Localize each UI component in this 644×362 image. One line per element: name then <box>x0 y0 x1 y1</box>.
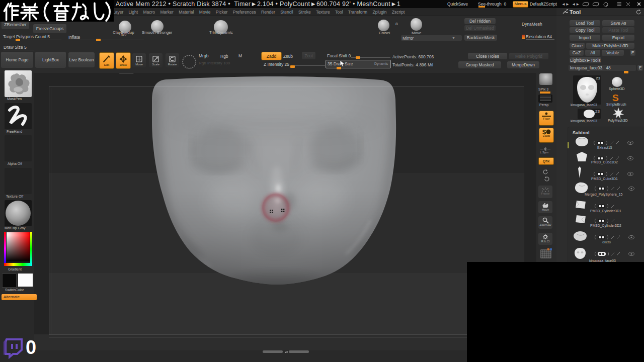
svg-text:S: S <box>612 93 619 103</box>
